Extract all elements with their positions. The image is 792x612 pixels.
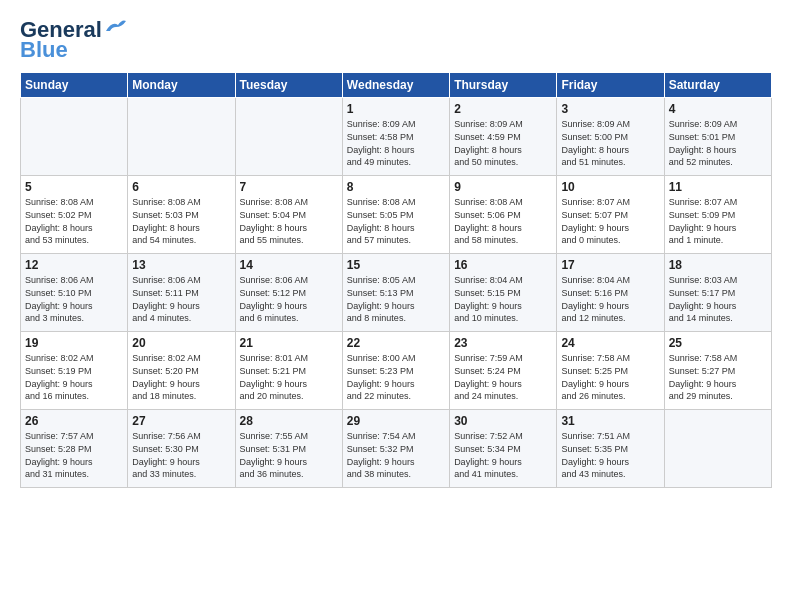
day-number: 2 (454, 102, 552, 116)
calendar-cell: 23Sunrise: 7:59 AM Sunset: 5:24 PM Dayli… (450, 332, 557, 410)
day-number: 21 (240, 336, 338, 350)
day-info: Sunrise: 8:08 AM Sunset: 5:06 PM Dayligh… (454, 196, 552, 246)
calendar-cell: 28Sunrise: 7:55 AM Sunset: 5:31 PM Dayli… (235, 410, 342, 488)
day-info: Sunrise: 8:00 AM Sunset: 5:23 PM Dayligh… (347, 352, 445, 402)
weekday-header-tuesday: Tuesday (235, 73, 342, 98)
calendar-cell: 15Sunrise: 8:05 AM Sunset: 5:13 PM Dayli… (342, 254, 449, 332)
day-info: Sunrise: 8:08 AM Sunset: 5:05 PM Dayligh… (347, 196, 445, 246)
logo-blue: Blue (20, 38, 68, 62)
day-info: Sunrise: 8:09 AM Sunset: 5:00 PM Dayligh… (561, 118, 659, 168)
calendar-cell: 22Sunrise: 8:00 AM Sunset: 5:23 PM Dayli… (342, 332, 449, 410)
calendar-cell: 16Sunrise: 8:04 AM Sunset: 5:15 PM Dayli… (450, 254, 557, 332)
day-number: 30 (454, 414, 552, 428)
calendar-cell: 29Sunrise: 7:54 AM Sunset: 5:32 PM Dayli… (342, 410, 449, 488)
day-info: Sunrise: 8:06 AM Sunset: 5:12 PM Dayligh… (240, 274, 338, 324)
day-number: 5 (25, 180, 123, 194)
day-number: 22 (347, 336, 445, 350)
calendar-cell: 30Sunrise: 7:52 AM Sunset: 5:34 PM Dayli… (450, 410, 557, 488)
day-number: 15 (347, 258, 445, 272)
day-number: 29 (347, 414, 445, 428)
day-info: Sunrise: 8:01 AM Sunset: 5:21 PM Dayligh… (240, 352, 338, 402)
calendar-cell: 17Sunrise: 8:04 AM Sunset: 5:16 PM Dayli… (557, 254, 664, 332)
day-number: 27 (132, 414, 230, 428)
day-number: 9 (454, 180, 552, 194)
weekday-header-friday: Friday (557, 73, 664, 98)
day-number: 12 (25, 258, 123, 272)
calendar-cell: 7Sunrise: 8:08 AM Sunset: 5:04 PM Daylig… (235, 176, 342, 254)
weekday-header-saturday: Saturday (664, 73, 771, 98)
weekday-header-wednesday: Wednesday (342, 73, 449, 98)
calendar-cell: 25Sunrise: 7:58 AM Sunset: 5:27 PM Dayli… (664, 332, 771, 410)
day-number: 1 (347, 102, 445, 116)
day-info: Sunrise: 7:56 AM Sunset: 5:30 PM Dayligh… (132, 430, 230, 480)
page: General Blue SundayMondayTuesdayWednesda… (0, 0, 792, 612)
calendar-cell: 31Sunrise: 7:51 AM Sunset: 5:35 PM Dayli… (557, 410, 664, 488)
calendar-cell (235, 98, 342, 176)
logo: General Blue (20, 18, 126, 62)
calendar-week-row: 5Sunrise: 8:08 AM Sunset: 5:02 PM Daylig… (21, 176, 772, 254)
day-number: 7 (240, 180, 338, 194)
calendar-cell: 3Sunrise: 8:09 AM Sunset: 5:00 PM Daylig… (557, 98, 664, 176)
day-number: 17 (561, 258, 659, 272)
day-number: 18 (669, 258, 767, 272)
calendar-cell: 19Sunrise: 8:02 AM Sunset: 5:19 PM Dayli… (21, 332, 128, 410)
weekday-header-monday: Monday (128, 73, 235, 98)
day-info: Sunrise: 8:08 AM Sunset: 5:03 PM Dayligh… (132, 196, 230, 246)
day-info: Sunrise: 8:09 AM Sunset: 4:58 PM Dayligh… (347, 118, 445, 168)
day-info: Sunrise: 8:08 AM Sunset: 5:04 PM Dayligh… (240, 196, 338, 246)
calendar-cell: 8Sunrise: 8:08 AM Sunset: 5:05 PM Daylig… (342, 176, 449, 254)
day-info: Sunrise: 7:59 AM Sunset: 5:24 PM Dayligh… (454, 352, 552, 402)
calendar-cell: 10Sunrise: 8:07 AM Sunset: 5:07 PM Dayli… (557, 176, 664, 254)
day-info: Sunrise: 7:55 AM Sunset: 5:31 PM Dayligh… (240, 430, 338, 480)
day-info: Sunrise: 7:51 AM Sunset: 5:35 PM Dayligh… (561, 430, 659, 480)
calendar-cell: 21Sunrise: 8:01 AM Sunset: 5:21 PM Dayli… (235, 332, 342, 410)
day-info: Sunrise: 8:04 AM Sunset: 5:16 PM Dayligh… (561, 274, 659, 324)
calendar-cell: 9Sunrise: 8:08 AM Sunset: 5:06 PM Daylig… (450, 176, 557, 254)
day-info: Sunrise: 8:07 AM Sunset: 5:07 PM Dayligh… (561, 196, 659, 246)
day-number: 4 (669, 102, 767, 116)
calendar-week-row: 26Sunrise: 7:57 AM Sunset: 5:28 PM Dayli… (21, 410, 772, 488)
calendar-cell (128, 98, 235, 176)
day-info: Sunrise: 7:58 AM Sunset: 5:25 PM Dayligh… (561, 352, 659, 402)
day-number: 3 (561, 102, 659, 116)
calendar-cell: 1Sunrise: 8:09 AM Sunset: 4:58 PM Daylig… (342, 98, 449, 176)
day-info: Sunrise: 8:08 AM Sunset: 5:02 PM Dayligh… (25, 196, 123, 246)
day-number: 25 (669, 336, 767, 350)
calendar-cell: 12Sunrise: 8:06 AM Sunset: 5:10 PM Dayli… (21, 254, 128, 332)
calendar-cell (21, 98, 128, 176)
header: General Blue (20, 18, 772, 62)
day-info: Sunrise: 7:57 AM Sunset: 5:28 PM Dayligh… (25, 430, 123, 480)
day-info: Sunrise: 8:04 AM Sunset: 5:15 PM Dayligh… (454, 274, 552, 324)
calendar-week-row: 1Sunrise: 8:09 AM Sunset: 4:58 PM Daylig… (21, 98, 772, 176)
calendar-cell: 18Sunrise: 8:03 AM Sunset: 5:17 PM Dayli… (664, 254, 771, 332)
day-number: 16 (454, 258, 552, 272)
day-info: Sunrise: 7:58 AM Sunset: 5:27 PM Dayligh… (669, 352, 767, 402)
day-number: 31 (561, 414, 659, 428)
day-info: Sunrise: 8:05 AM Sunset: 5:13 PM Dayligh… (347, 274, 445, 324)
calendar-cell: 26Sunrise: 7:57 AM Sunset: 5:28 PM Dayli… (21, 410, 128, 488)
day-number: 10 (561, 180, 659, 194)
day-info: Sunrise: 8:09 AM Sunset: 4:59 PM Dayligh… (454, 118, 552, 168)
day-number: 26 (25, 414, 123, 428)
day-number: 8 (347, 180, 445, 194)
day-info: Sunrise: 7:52 AM Sunset: 5:34 PM Dayligh… (454, 430, 552, 480)
calendar-cell: 13Sunrise: 8:06 AM Sunset: 5:11 PM Dayli… (128, 254, 235, 332)
calendar-cell: 20Sunrise: 8:02 AM Sunset: 5:20 PM Dayli… (128, 332, 235, 410)
day-info: Sunrise: 7:54 AM Sunset: 5:32 PM Dayligh… (347, 430, 445, 480)
calendar-cell (664, 410, 771, 488)
day-info: Sunrise: 8:06 AM Sunset: 5:10 PM Dayligh… (25, 274, 123, 324)
weekday-header-row: SundayMondayTuesdayWednesdayThursdayFrid… (21, 73, 772, 98)
calendar-cell: 24Sunrise: 7:58 AM Sunset: 5:25 PM Dayli… (557, 332, 664, 410)
calendar-week-row: 19Sunrise: 8:02 AM Sunset: 5:19 PM Dayli… (21, 332, 772, 410)
day-info: Sunrise: 8:06 AM Sunset: 5:11 PM Dayligh… (132, 274, 230, 324)
calendar-cell: 2Sunrise: 8:09 AM Sunset: 4:59 PM Daylig… (450, 98, 557, 176)
calendar-table: SundayMondayTuesdayWednesdayThursdayFrid… (20, 72, 772, 488)
day-number: 24 (561, 336, 659, 350)
day-number: 20 (132, 336, 230, 350)
day-info: Sunrise: 8:02 AM Sunset: 5:20 PM Dayligh… (132, 352, 230, 402)
logo-bird-icon (104, 19, 126, 35)
day-number: 19 (25, 336, 123, 350)
day-info: Sunrise: 8:07 AM Sunset: 5:09 PM Dayligh… (669, 196, 767, 246)
day-number: 14 (240, 258, 338, 272)
calendar-cell: 6Sunrise: 8:08 AM Sunset: 5:03 PM Daylig… (128, 176, 235, 254)
